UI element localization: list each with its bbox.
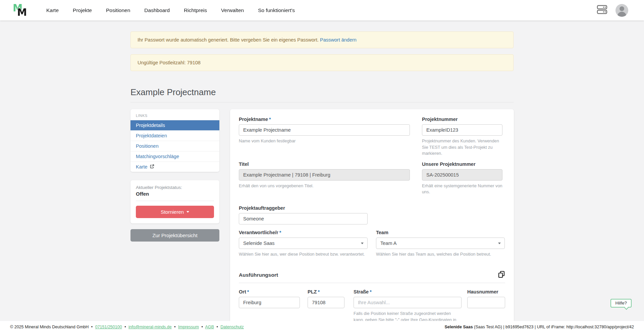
unsere-projektnummer-help: Erhält eine systemgenerierte Nummer von … [422,183,502,195]
unsere-projektnummer-input [422,169,502,181]
separator: • [174,325,175,329]
page-content: Ihr Passwort wurde automatisch generiert… [130,0,514,333]
projektname-help: Name vom Kunden festlegbar [239,138,410,144]
ort-input[interactable] [239,297,300,308]
navbar: M M Karte Projekte Positionen Dashboard … [0,0,644,20]
projektnummer-label: Projektnummer [422,117,502,122]
navbar-right [597,4,628,17]
plz-label: PLZ* [308,289,344,294]
label-text: Verantwortliche/r [239,230,278,235]
sidebar-item-matchingvorschlaege[interactable]: Matchingvorschläge [130,151,219,161]
plz-alert-text: Ungültige Postleitzahl: 79108 [138,60,201,65]
status-value: Offen [136,191,214,197]
sidebar-item-karte[interactable]: Karte [130,161,219,172]
separator: • [216,325,218,329]
ausfuehrungsort-section-header: Ausführungsort [239,271,505,283]
mineral-minds-logo-icon[interactable]: M M [13,2,30,18]
svg-text:M: M [17,7,27,18]
projektnummer-input[interactable] [422,124,502,136]
projektname-label: Projektname* [239,117,410,122]
project-form-card: Projektname* Name vom Kunden festlegbar … [230,109,514,333]
user-avatar[interactable] [615,4,628,17]
nav-item-verwalten[interactable]: Verwalten [221,7,244,13]
unsere-projektnummer-label: Unsere Projektnummer [422,161,502,167]
hilfe-button[interactable]: Hilfe? [610,299,632,308]
external-link-icon [150,164,154,170]
caret-down-icon [186,211,189,213]
projektname-input[interactable] [239,124,410,136]
sidebar-item-label: Karte [136,164,148,170]
verantwortliche-select[interactable]: Selenide Saas [239,238,368,249]
nav-item-dashboard[interactable]: Dashboard [144,7,170,13]
projektauftraggeber-input[interactable] [239,213,368,224]
ausfuehrungsort-title: Ausführungsort [239,271,278,278]
agb-link[interactable]: AGB [205,325,214,329]
datenschutz-link[interactable]: Datenschutz [220,325,244,329]
label-text: PLZ [308,289,317,294]
links-card: LINKS Projektdetails Projektdateien Posi… [130,109,219,172]
status-divider [136,201,214,201]
caret-down-icon [498,243,501,244]
projektauftraggeber-label: Projektauftraggeber [239,205,368,211]
required-asterisk: * [279,230,281,235]
bubble-tail [624,306,629,310]
required-asterisk: * [318,289,320,294]
plz-alert: Ungültige Postleitzahl: 79108 [130,54,514,71]
password-change-link[interactable]: Passwort ändern [320,37,357,43]
separator: • [91,325,93,329]
label-text: Projektname [239,117,268,122]
label-text: Ort [239,289,246,294]
nav-item-positionen[interactable]: Positionen [106,7,130,13]
session-details: (Saas Test AG) | b91695ed7623 | URL of i… [473,325,634,329]
sidebar-item-positionen[interactable]: Positionen [130,141,219,151]
nav-item-karte[interactable]: Karte [46,7,59,13]
plz-input[interactable] [308,297,344,308]
verantwortliche-help: Wählen Sie hier aus, wer diese Position … [239,251,368,258]
hausnummer-label: Hausnummer [467,289,505,294]
team-help: Wählen Sie hier das Team aus, welches di… [376,251,505,258]
sidebar-item-label: Matchingvorschläge [136,154,179,159]
nav-item-projekte[interactable]: Projekte [73,7,92,13]
title-divider [130,102,514,103]
sidebar-item-projektdetails[interactable]: Projektdetails [130,120,219,130]
titel-label: Titel [239,161,410,167]
strasse-label: Straße* [354,289,462,294]
main-nav: Karte Projekte Positionen Dashboard Rich… [46,7,295,13]
sidebar-item-label: Positionen [136,143,159,149]
separator: • [124,325,126,329]
status-label: Aktueller Projektstatus: [136,185,214,190]
page-title: Example Projectname [130,87,514,97]
stornieren-button[interactable]: Stornieren [136,206,214,218]
phone-link[interactable]: 07151/250100 [95,325,122,329]
ort-label: Ort* [239,289,300,294]
session-user: Selenide Saas [445,325,473,329]
titel-help: Erhält den von uns vorgegebenen Titel. [239,183,410,189]
impressum-link[interactable]: Impressum [178,325,199,329]
nav-item-richtpreis[interactable]: Richtpreis [184,7,207,13]
password-alert-text: Ihr Passwort wurde automatisch generiert… [138,37,319,43]
label-text: Straße [354,289,369,294]
footer: © 2025 Mineral Minds Deutschland GmbH • … [0,321,644,333]
footer-session-info: Selenide Saas (Saas Test AG) | b91695ed7… [445,325,634,329]
projektnummer-help: Projektnummer des Kunden. Verwenden Sie … [422,138,502,157]
hausnummer-input[interactable] [467,297,505,308]
caret-down-icon [361,243,364,244]
nav-item-so-funktionierts[interactable]: So funktioniert's [258,7,295,13]
sidebar: LINKS Projektdetails Projektdateien Posi… [130,109,219,242]
hilfe-label: Hilfe? [615,301,627,306]
email-link[interactable]: info@mineral-minds.de [128,325,172,329]
strasse-input[interactable] [354,297,462,308]
separator: • [201,325,203,329]
verantwortliche-label: Verantwortliche/r* [239,230,368,235]
required-asterisk: * [269,117,271,122]
copy-icon[interactable] [498,271,505,279]
projektuebersicht-button[interactable]: Zur Projektübersicht [130,229,219,242]
server-icon[interactable] [597,5,607,15]
team-label: Team [376,230,505,235]
sidebar-item-projektdateien[interactable]: Projektdateien [130,130,219,141]
team-select[interactable]: Team A [376,238,505,249]
stornieren-label: Stornieren [161,209,184,215]
status-card: Aktueller Projektstatus: Offen Storniere… [130,180,219,223]
required-asterisk: * [370,289,372,294]
sidebar-item-label: Projektdetails [136,123,165,128]
